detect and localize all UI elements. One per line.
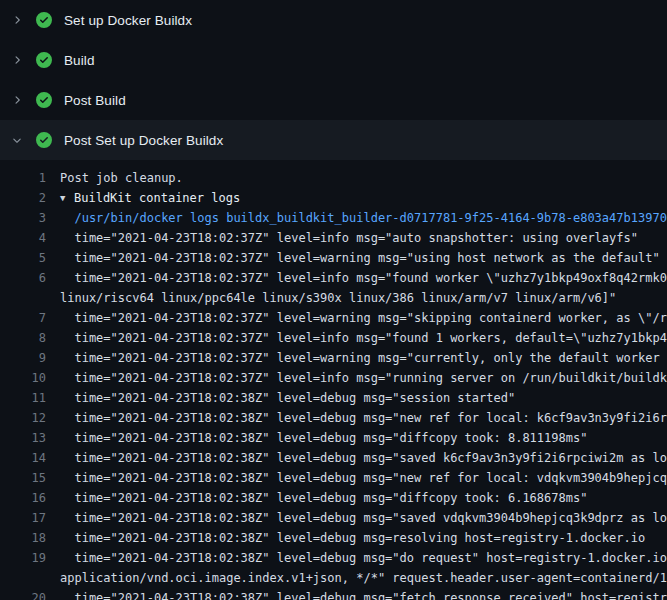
line-number[interactable]: 18 [0,528,46,548]
log-text: time="2021-04-23T18:02:37Z" level=warnin… [60,308,667,328]
log-line[interactable]: 7 time="2021-04-23T18:02:37Z" level=warn… [0,308,667,328]
step-title: Build [64,53,95,68]
line-number[interactable]: 16 [0,488,46,508]
line-number[interactable]: 6 [0,268,46,288]
line-number[interactable]: 11 [0,388,46,408]
log-text: time="2021-04-23T18:02:37Z" level=warnin… [60,348,667,368]
step-title: Post Build [64,93,126,108]
chevron-right-icon[interactable] [11,54,23,66]
chevron-right-icon[interactable] [11,94,23,106]
step-title: Set up Docker Buildx [64,13,192,28]
log-text: BuildKit container logs [74,188,240,208]
line-number[interactable]: 12 [0,408,46,428]
log-line[interactable]: 19 time="2021-04-23T18:02:38Z" level=deb… [0,548,667,568]
step-header[interactable]: Post Set up Docker Buildx [0,120,667,160]
log-text: time="2021-04-23T18:02:38Z" level=debug … [60,388,515,408]
log-line[interactable]: 9 time="2021-04-23T18:02:37Z" level=warn… [0,348,667,368]
step-header[interactable]: Set up Docker Buildx [0,0,667,40]
line-number[interactable]: 20 [0,588,46,600]
check-circle-icon [36,12,52,28]
log-line[interactable]: 12 time="2021-04-23T18:02:38Z" level=deb… [0,408,667,428]
log-line[interactable]: 20 time="2021-04-23T18:02:38Z" level=deb… [0,588,667,600]
line-number[interactable]: 3 [0,208,46,228]
line-number[interactable]: 19 [0,548,46,568]
log-line[interactable]: 1 Post job cleanup. [0,168,667,188]
log-line[interactable]: application/vnd.oci.image.index.v1+json,… [0,568,667,588]
log-line[interactable]: 5 time="2021-04-23T18:02:37Z" level=warn… [0,248,667,268]
line-number[interactable]: 4 [0,228,46,248]
log-area: 1 Post job cleanup. 2 ▼BuildKit containe… [0,160,667,600]
log-line[interactable]: 17 time="2021-04-23T18:02:38Z" level=deb… [0,508,667,528]
log-text: time="2021-04-23T18:02:38Z" level=debug … [60,508,667,528]
log-text: time="2021-04-23T18:02:38Z" level=debug … [60,468,667,488]
step-title: Post Set up Docker Buildx [64,133,223,148]
workflow-log-viewer: Set up Docker Buildx Build Post Build [0,0,667,600]
log-text: /usr/bin/docker logs buildx_buildkit_bui… [60,208,667,228]
log-line[interactable]: 13 time="2021-04-23T18:02:38Z" level=deb… [0,428,667,448]
line-number[interactable]: 15 [0,468,46,488]
log-line[interactable]: 11 time="2021-04-23T18:02:38Z" level=deb… [0,388,667,408]
line-number[interactable]: 14 [0,448,46,468]
log-line[interactable]: 2 ▼BuildKit container logs [0,188,667,208]
line-number[interactable] [0,288,46,308]
log-text: time="2021-04-23T18:02:38Z" level=debug … [60,588,667,600]
line-number[interactable]: 7 [0,308,46,328]
log-text: time="2021-04-23T18:02:38Z" level=debug … [60,408,667,428]
log-text: time="2021-04-23T18:02:38Z" level=debug … [60,448,667,468]
log-text: application/vnd.oci.image.index.v1+json,… [60,568,667,588]
line-number[interactable] [0,568,46,588]
line-number[interactable]: 10 [0,368,46,388]
log-text: time="2021-04-23T18:02:37Z" level=info m… [60,368,667,388]
log-text: time="2021-04-23T18:02:38Z" level=debug … [60,428,587,448]
log-line[interactable]: 3 /usr/bin/docker logs buildx_buildkit_b… [0,208,667,228]
step-header[interactable]: Post Build [0,80,667,120]
log-line[interactable]: 16 time="2021-04-23T18:02:38Z" level=deb… [0,488,667,508]
log-text: time="2021-04-23T18:02:37Z" level=info m… [60,268,667,288]
line-number[interactable]: 5 [0,248,46,268]
log-text: time="2021-04-23T18:02:37Z" level=warnin… [60,248,660,268]
check-circle-icon [36,92,52,108]
log-line[interactable]: linux/riscv64 linux/ppc64le linux/s390x … [0,288,667,308]
step-header[interactable]: Build [0,40,667,80]
line-number[interactable]: 9 [0,348,46,368]
log-text: time="2021-04-23T18:02:38Z" level=debug … [60,528,645,548]
line-number[interactable]: 17 [0,508,46,528]
group-toggle-icon[interactable]: ▼ [60,188,74,208]
log-text: time="2021-04-23T18:02:37Z" level=info m… [60,228,638,248]
log-line[interactable]: 10 time="2021-04-23T18:02:37Z" level=inf… [0,368,667,388]
log-lines: 1 Post job cleanup. 2 ▼BuildKit containe… [0,168,667,600]
line-number[interactable]: 2 [0,188,46,208]
log-text: Post job cleanup. [60,168,183,188]
chevron-right-icon[interactable] [11,14,23,26]
log-line[interactable]: 4 time="2021-04-23T18:02:37Z" level=info… [0,228,667,248]
log-text: time="2021-04-23T18:02:38Z" level=debug … [60,488,587,508]
log-text: linux/riscv64 linux/ppc64le linux/s390x … [60,288,616,308]
log-line[interactable]: 8 time="2021-04-23T18:02:37Z" level=info… [0,328,667,348]
line-number[interactable]: 13 [0,428,46,448]
line-number[interactable]: 1 [0,168,46,188]
log-line[interactable]: 6 time="2021-04-23T18:02:37Z" level=info… [0,268,667,288]
chevron-down-icon[interactable] [11,134,23,146]
log-line[interactable]: 18 time="2021-04-23T18:02:38Z" level=deb… [0,528,667,548]
line-number[interactable]: 8 [0,328,46,348]
check-circle-icon [36,52,52,68]
log-text: time="2021-04-23T18:02:38Z" level=debug … [60,548,667,568]
log-text: time="2021-04-23T18:02:37Z" level=info m… [60,328,667,348]
step-list: Set up Docker Buildx Build Post Build [0,0,667,160]
log-line[interactable]: 15 time="2021-04-23T18:02:38Z" level=deb… [0,468,667,488]
check-circle-icon [36,132,52,148]
log-line[interactable]: 14 time="2021-04-23T18:02:38Z" level=deb… [0,448,667,468]
